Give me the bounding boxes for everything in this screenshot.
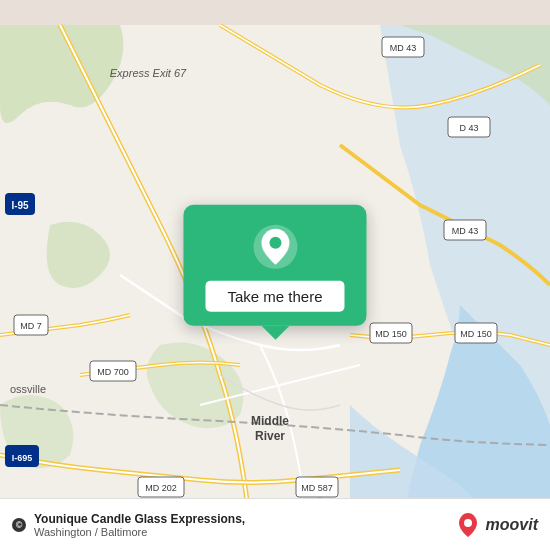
location-pin-icon: [251, 223, 299, 271]
svg-text:I-695: I-695: [12, 453, 33, 463]
map-container: I-95 I-695 MD 43 D 43 MD 43 MD 150 MD 15…: [0, 0, 550, 550]
attribution: © Younique Candle Glass Expressions, Was…: [12, 512, 245, 538]
svg-text:Express Exit 67: Express Exit 67: [110, 67, 187, 79]
svg-text:MD 700: MD 700: [97, 367, 129, 377]
osm-icon: ©: [12, 518, 26, 532]
svg-text:MD 150: MD 150: [375, 329, 407, 339]
svg-text:MD 43: MD 43: [452, 226, 479, 236]
svg-text:MD 202: MD 202: [145, 483, 177, 493]
popup-card: Take me there: [183, 205, 366, 326]
moovit-logo: moovit: [454, 511, 538, 539]
take-me-there-button[interactable]: Take me there: [205, 281, 344, 312]
svg-point-30: [464, 519, 472, 527]
svg-text:D 43: D 43: [459, 123, 478, 133]
svg-text:ossville: ossville: [10, 383, 46, 395]
place-name: Younique Candle Glass Expressions,: [34, 512, 245, 526]
svg-point-29: [269, 237, 281, 249]
moovit-text: moovit: [486, 516, 538, 534]
place-info: Younique Candle Glass Expressions, Washi…: [34, 512, 245, 538]
svg-text:MD 150: MD 150: [460, 329, 492, 339]
svg-text:Middle: Middle: [251, 414, 289, 428]
svg-text:MD 43: MD 43: [390, 43, 417, 53]
svg-text:River: River: [255, 429, 285, 443]
bottom-bar: © Younique Candle Glass Expressions, Was…: [0, 498, 550, 550]
moovit-brand-icon: [454, 511, 482, 539]
svg-text:MD 587: MD 587: [301, 483, 333, 493]
svg-text:MD 7: MD 7: [20, 321, 42, 331]
place-region: Washington / Baltimore: [34, 526, 147, 538]
svg-text:I-95: I-95: [11, 200, 29, 211]
